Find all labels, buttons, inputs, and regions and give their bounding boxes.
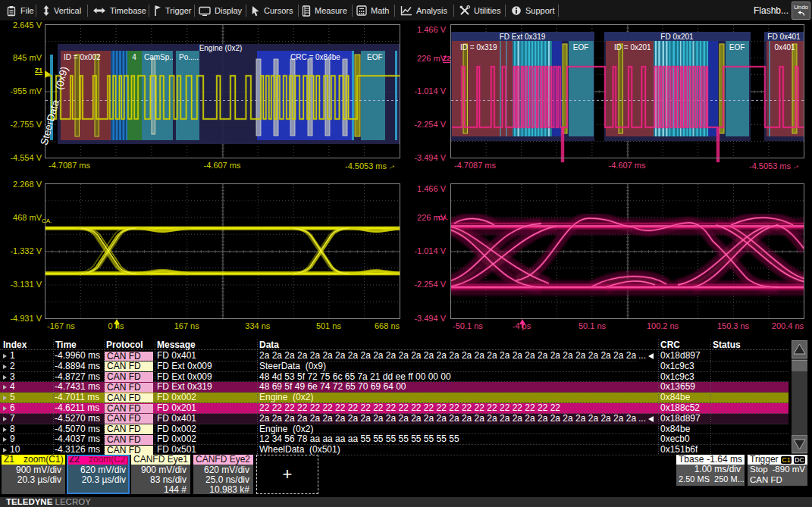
svg-text:EOF: EOF — [367, 53, 383, 61]
svg-text:FD 0x201: FD 0x201 — [660, 33, 694, 41]
svg-text:ID = 0x319: ID = 0x319 — [460, 43, 497, 52]
svg-text:EOF: EOF — [573, 43, 589, 52]
svg-text:FD 0x401: FD 0x401 — [767, 33, 801, 41]
svg-text:ID = 0x002: ID = 0x002 — [64, 53, 101, 61]
svg-text:Engine (0x2): Engine (0x2) — [199, 44, 243, 52]
svg-text:FD Ext 0x319: FD Ext 0x319 — [500, 33, 546, 41]
svg-text:CamSp...: CamSp... — [144, 53, 176, 61]
svg-text:Po......: Po...... — [179, 53, 201, 61]
svg-text:0x401: 0x401 — [774, 43, 795, 52]
svg-text:CRC = 0x84be: CRC = 0x84be — [290, 53, 340, 61]
svg-text:EOF: EOF — [729, 43, 745, 52]
svg-text:ID = 0x201: ID = 0x201 — [614, 43, 651, 52]
svg-text:4: 4 — [132, 53, 136, 61]
